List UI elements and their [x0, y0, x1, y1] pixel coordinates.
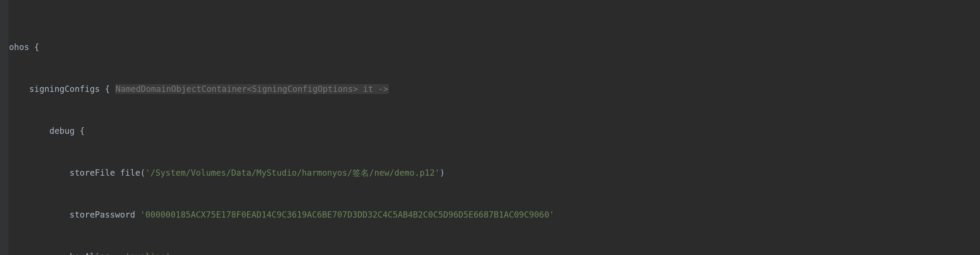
code-line: debug {	[9, 126, 980, 136]
code-editor[interactable]: ohos { signingConfigs { NamedDomainObjec…	[0, 0, 980, 255]
token-string: '000000185ACX75E178F0EAD14C9C3619AC6BE70…	[140, 210, 554, 220]
indent	[9, 126, 49, 136]
token-brace: {	[105, 84, 115, 94]
token-paren: )	[440, 168, 445, 178]
token-ident: ohos	[9, 42, 34, 52]
token-ident: debug	[49, 126, 80, 136]
indent	[9, 168, 70, 178]
code-line: storePassword '000000185ACX75E178F0EAD14…	[9, 209, 980, 220]
token-ident: signingConfigs	[29, 84, 105, 94]
token-quote: '	[165, 252, 171, 255]
token-brace: {	[34, 42, 39, 52]
token-quote: '	[125, 252, 130, 255]
indent	[9, 210, 70, 220]
indent	[9, 252, 70, 255]
code-line: keyAlias = 'myalias'	[9, 252, 980, 255]
code-line: ohos {	[9, 42, 980, 52]
parameter-hint: NamedDomainObjectContainer<SigningConfig…	[115, 84, 389, 94]
indent	[9, 84, 29, 94]
token-ident: keyAlias	[70, 252, 115, 255]
code-line: storeFile file('/System/Volumes/Data/MyS…	[9, 168, 980, 178]
token-ident: storePassword	[70, 210, 140, 220]
token-ident: storeFile	[70, 168, 120, 178]
token-brace: {	[80, 126, 85, 136]
token-call: file(	[120, 168, 145, 178]
token-string: '/System/Volumes/Data/MyStudio/harmonyos…	[145, 168, 440, 178]
token-eq: =	[115, 252, 125, 255]
code-line: signingConfigs { NamedDomainObjectContai…	[9, 84, 980, 94]
gutter	[0, 0, 8, 255]
token-typo: myalias	[130, 252, 165, 255]
